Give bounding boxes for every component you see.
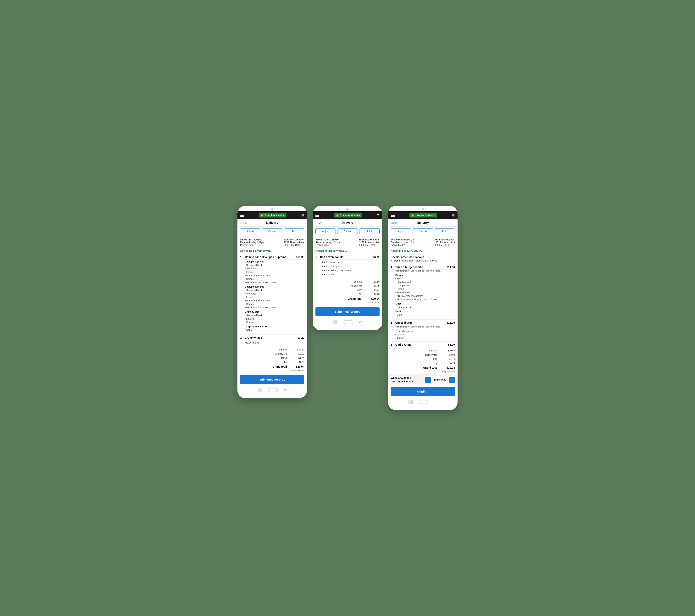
delivery-time-row: When should the food be delivered? − 10 …: [388, 374, 458, 385]
assigning-status-1: Assigning delivery driver...: [237, 248, 307, 254]
home-button-2[interactable]: [343, 320, 353, 324]
item-qty-2: 1: [240, 336, 243, 339]
item-row-2: 1 Crunchy taco $1.29: [240, 335, 304, 340]
order-left-2: #60967437-9165010 Received today 4:12pm …: [316, 238, 340, 246]
burger-sub-drink: Drink • Coke: [395, 310, 455, 317]
order-left-3: #60967437-9165010 Received today 4:12pm …: [391, 238, 415, 246]
cheeseburger-qty: 1: [391, 321, 394, 324]
nav-bar-1: 🔔 1 requires attention ⚙: [237, 211, 307, 219]
settings-icon-3[interactable]: ⚙: [452, 213, 455, 218]
increment-time-button[interactable]: +: [449, 377, 455, 383]
x-icon: ✕: [391, 259, 393, 262]
burger-item-row: 1 Build a burger combo $11.96: [391, 264, 455, 270]
home-button-3[interactable]: [419, 400, 428, 404]
cancel-button-1[interactable]: Cancel: [262, 228, 282, 234]
adjust-button-3[interactable]: Adjust: [391, 228, 411, 234]
page-header-3: ‹ Back Delivery: [388, 219, 458, 226]
hamburger-menu-1[interactable]: [240, 214, 244, 217]
garlic-name: Garlic Knots: [395, 343, 448, 346]
dont-text: Don't include plates, utensils and napki…: [394, 259, 438, 262]
special-instructions-3: Special order instructions ✕ Don't inclu…: [388, 254, 458, 264]
phone-notch-1: [271, 208, 273, 210]
item-price-1: $11.96: [296, 256, 304, 259]
delivery-time-value: 10 minutes: [431, 377, 449, 382]
home-button-1[interactable]: [268, 388, 278, 392]
phone-1: 🔔 1 requires attention ⚙ ‹ Back Delivery…: [237, 206, 307, 398]
print-button-2[interactable]: Print: [359, 228, 379, 234]
garlic-price: $6.00: [448, 343, 455, 346]
garlic-qty: 1: [391, 343, 394, 346]
back-nav-icon-2[interactable]: ⬜: [333, 320, 338, 324]
order-items-2: 1 Half dozen donuts $6.99 1 × Surprise m…: [313, 254, 382, 278]
grand-total-2: Grand total $29.94: [316, 296, 379, 301]
forward-nav-icon-3[interactable]: ↩: [434, 400, 438, 404]
action-buttons-2: Adjust Cancel Print: [313, 226, 382, 236]
submitted-button-1[interactable]: Submitted for prep: [240, 375, 304, 384]
donut-details: 1 × Surprise me 1 × Summer glaze 2 × Str…: [316, 260, 379, 278]
donut-price: $6.99: [373, 256, 379, 259]
back-nav-icon-1[interactable]: ⬜: [257, 388, 262, 392]
forward-nav-icon-1[interactable]: ↩: [284, 388, 287, 392]
totals-section-1: Subtotal Delivery fee Taxes Tip $20.50 $…: [237, 346, 307, 373]
print-button-3[interactable]: Print: [435, 228, 455, 234]
customer-phone-3: (303) 555-0190: [435, 244, 455, 246]
donut-qty: 1: [316, 256, 319, 259]
grand-total-3: Grand total $29.94: [391, 365, 455, 370]
adjust-button-2[interactable]: Adjust: [316, 228, 336, 234]
burger-instructions: Instructions: Please put the ketchup on …: [391, 270, 455, 273]
customer-phone-1: (303) 555-0190: [284, 244, 304, 246]
customer-phone-2: (303) 555-0190: [359, 244, 379, 246]
burger-sub-burger: Burger • Beef - Medium well - 1/4 pound …: [395, 274, 455, 301]
action-buttons-1: Adjust Cancel Print: [237, 226, 307, 236]
cancel-button-2[interactable]: Cancel: [337, 228, 358, 234]
forward-nav-icon-2[interactable]: ↩: [359, 320, 362, 324]
page-header-2: ‹ Back Delivery: [313, 219, 382, 226]
notification-badge-3: 🔔 1 requires attention: [409, 213, 437, 218]
totals-row-2: Subtotal Delivery fee Taxes Tip $20.50 $…: [316, 280, 379, 296]
customer-name-2: Rebecca Weaver: [359, 238, 379, 241]
cancel-button-3[interactable]: Cancel: [412, 228, 433, 234]
adjust-button-1[interactable]: Adjust: [240, 228, 260, 234]
burger-sub-sides: Sides • Natural-cut fries: [395, 303, 455, 309]
totals-row-3: Subtotal Delivery fee Taxes Tip $20.50 $…: [391, 349, 455, 365]
donut-mod-4: 2 × Party on: [320, 273, 379, 276]
special-instructions-title: Special order instructions: [391, 256, 455, 259]
back-button-3[interactable]: ‹ Back: [391, 221, 398, 224]
burger-name: Build a burger combo: [395, 266, 446, 269]
bell-icon-2: 🔔: [336, 214, 339, 217]
order-info-1: #60967437-9165010 Received today 4:12pm …: [237, 236, 307, 248]
sub-group-crunchytaco: Crunchy taco • Seasoned beef • Lettuce •…: [245, 310, 304, 324]
time-stepper[interactable]: − 10 minutes +: [425, 377, 455, 383]
back-button-2[interactable]: ‹ Back: [316, 221, 322, 224]
back-button-1[interactable]: ‹ Back: [240, 221, 247, 224]
back-chevron-1: ‹: [240, 221, 241, 224]
burger-price: $11.96: [446, 266, 455, 269]
bottom-bar-3: ⬜ ↩: [388, 398, 458, 404]
back-chevron-2: ‹: [316, 221, 317, 224]
settings-icon-1[interactable]: ⚙: [301, 213, 304, 218]
submitted-button-2[interactable]: Submitted for prep: [316, 307, 379, 316]
page-title-2: Delivery: [341, 221, 354, 225]
decrement-time-button[interactable]: −: [425, 377, 431, 383]
totals-row-1: Subtotal Delivery fee Taxes Tip $20.50 $…: [240, 348, 304, 364]
order-left-1: #60967437-9165010 Received today 4:12pm …: [240, 238, 265, 246]
received-time-2: Received today 4:12pm: [316, 241, 340, 244]
order-items-3: 1 Build a burger combo $11.96 Instructio…: [388, 264, 458, 347]
back-nav-icon-3[interactable]: ⬜: [408, 400, 413, 404]
phone-notch-2: [346, 208, 349, 210]
notification-badge-1: 🔔 1 requires attention: [259, 213, 287, 218]
hamburger-menu-3[interactable]: [391, 214, 395, 217]
burger-details: Burger • Beef - Medium well - 1/4 pound …: [391, 273, 455, 320]
sub-group-chalupa2: Chalupa supreme • Seasoned beef • Tomato…: [245, 286, 304, 309]
payment-type-1: Prepaid order: [240, 244, 265, 246]
cheeseburger-name: Cheeseburger: [395, 321, 446, 324]
settings-icon-2[interactable]: ⚙: [376, 213, 379, 218]
received-time-3: Received today 4:12pm: [391, 241, 415, 244]
confirm-button[interactable]: Confirm: [391, 387, 455, 396]
nav-bar-2: 🔔 1 requires attention ⚙: [313, 211, 382, 219]
customer-address-2: 1252 Pinewood Ave: [359, 241, 379, 244]
page-header-1: ‹ Back Delivery: [237, 219, 307, 226]
print-button-1[interactable]: Print: [284, 228, 304, 234]
hamburger-menu-2[interactable]: [316, 214, 319, 217]
order-info-3: #60967437-9165010 Received today 4:12pm …: [388, 236, 458, 248]
